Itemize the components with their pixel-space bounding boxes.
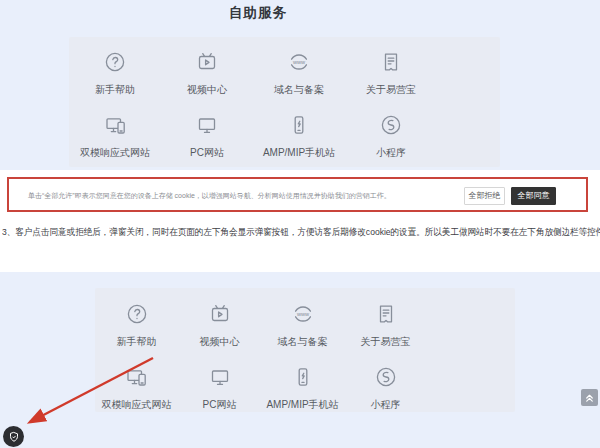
service-item-miniprogram[interactable]: 小程序 xyxy=(344,364,427,412)
chevrons-up-icon xyxy=(584,392,595,403)
service-item-amp[interactable]: AMP/MIP手机站 xyxy=(261,364,344,412)
svg-text:www: www xyxy=(295,311,309,317)
www-globe-icon: www xyxy=(291,301,315,327)
self-service-section-bottom: 新手帮助 视频中心 www 域名与备案 xyxy=(0,272,600,448)
service-item-pc[interactable]: PC网站 xyxy=(161,112,253,160)
service-label: 小程序 xyxy=(376,146,406,160)
service-item-responsive[interactable]: 双模响应式网站 xyxy=(69,112,161,160)
service-label: 视频中心 xyxy=(187,83,227,97)
service-item-amp[interactable]: AMP/MIP手机站 xyxy=(253,112,345,160)
service-item-miniprogram[interactable]: 小程序 xyxy=(345,112,437,160)
video-player-icon xyxy=(195,49,219,75)
reject-all-button[interactable]: 全部拒绝 xyxy=(464,187,505,205)
section-title: 自助服务 xyxy=(158,4,358,22)
shield-icon xyxy=(8,431,20,443)
help-circle-icon xyxy=(103,49,127,75)
accept-all-button[interactable]: 全部同意 xyxy=(511,187,556,205)
services-panel-bottom: 新手帮助 视频中心 www 域名与备案 xyxy=(95,288,515,412)
miniprogram-icon xyxy=(379,112,403,138)
mobile-phone-icon xyxy=(287,112,311,138)
desktop-icon xyxy=(195,112,219,138)
service-label: 新手帮助 xyxy=(117,335,157,349)
document-icon xyxy=(379,49,403,75)
video-player-icon xyxy=(208,301,232,327)
cookie-banner-message: 单击“全部允许”即表示您同意在您的设备上存储 cookie，以增强网站导航、分析… xyxy=(28,191,391,201)
service-item-video[interactable]: 视频中心 xyxy=(178,301,261,349)
service-label: 小程序 xyxy=(371,398,401,412)
svg-text:www: www xyxy=(292,59,306,65)
mobile-phone-icon xyxy=(291,364,315,390)
service-label: 域名与备案 xyxy=(274,83,324,97)
service-label: 关于易营宝 xyxy=(361,335,411,349)
service-label: 双模响应式网站 xyxy=(80,146,150,160)
document-icon xyxy=(374,301,398,327)
service-label: 关于易营宝 xyxy=(366,83,416,97)
service-label: 视频中心 xyxy=(200,335,240,349)
service-item-pc[interactable]: PC网站 xyxy=(178,364,261,412)
services-row-1: 新手帮助 视频中心 www 域名与备案 xyxy=(95,301,515,349)
services-row-2: 双模响应式网站 PC网站 AMP/MIP手机站 xyxy=(95,364,515,412)
www-globe-icon: www xyxy=(287,49,311,75)
self-service-section-top: 自助服务 新手帮助 视频中心 www xyxy=(0,0,600,170)
service-label: 域名与备案 xyxy=(278,335,328,349)
services-panel-top: 新手帮助 视频中心 www 域名与备案 xyxy=(69,37,500,167)
cookie-settings-button[interactable] xyxy=(3,426,24,447)
page: 自助服务 新手帮助 视频中心 www xyxy=(0,0,600,448)
service-item-domain[interactable]: www 域名与备案 xyxy=(253,49,345,97)
services-row-1: 新手帮助 视频中心 www 域名与备案 xyxy=(69,49,500,97)
service-item-video[interactable]: 视频中心 xyxy=(161,49,253,97)
service-label: 新手帮助 xyxy=(95,83,135,97)
service-item-about[interactable]: 关于易营宝 xyxy=(344,301,427,349)
service-item-domain[interactable]: www 域名与备案 xyxy=(261,301,344,349)
service-label: PC网站 xyxy=(203,398,237,412)
responsive-devices-icon xyxy=(103,112,128,138)
service-item-help[interactable]: 新手帮助 xyxy=(95,301,178,349)
desktop-icon xyxy=(208,364,232,390)
service-item-help[interactable]: 新手帮助 xyxy=(69,49,161,97)
responsive-devices-icon xyxy=(124,364,149,390)
miniprogram-icon xyxy=(374,364,398,390)
help-circle-icon xyxy=(125,301,149,327)
service-label: AMP/MIP手机站 xyxy=(263,146,335,160)
service-label: AMP/MIP手机站 xyxy=(266,398,338,412)
tutorial-note-text: 3、客户点击同意或拒绝后，弹窗关闭，同时在页面的左下角会显示弹窗按钮，方便访客后… xyxy=(2,226,600,239)
service-item-about[interactable]: 关于易营宝 xyxy=(345,49,437,97)
annotation-strip: 单击“全部允许”即表示您同意在您的设备上存储 cookie，以增强网站导航、分析… xyxy=(0,170,600,272)
back-to-top-button[interactable] xyxy=(581,389,598,406)
service-item-responsive[interactable]: 双模响应式网站 xyxy=(95,364,178,412)
service-label: 双模响应式网站 xyxy=(102,398,172,412)
service-label: PC网站 xyxy=(190,146,224,160)
services-row-2: 双模响应式网站 PC网站 AMP/MIP手机站 xyxy=(69,112,500,160)
